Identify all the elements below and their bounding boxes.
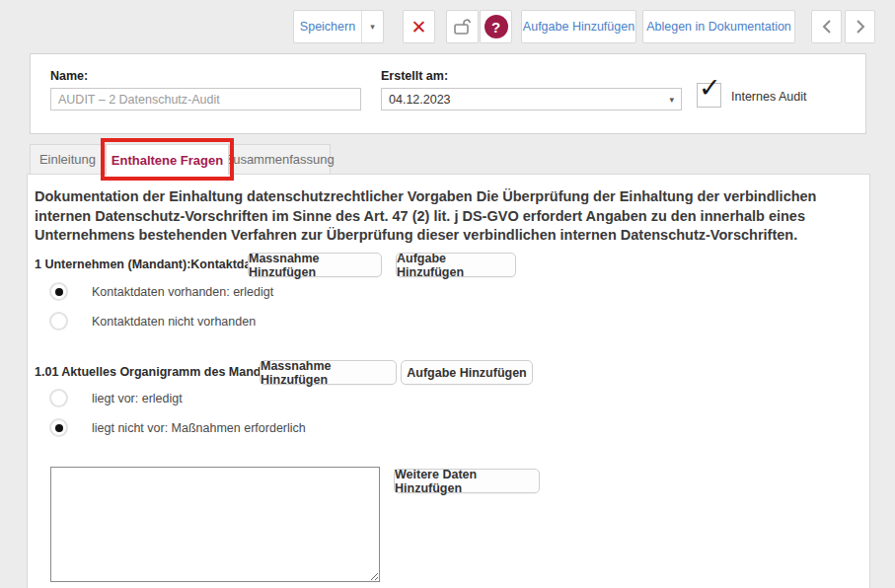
help-button[interactable]: ? — [480, 10, 512, 43]
check-icon: ✓ — [699, 75, 721, 102]
help-icon: ? — [485, 15, 508, 38]
question-1-title: 1 Unternehmen (Mandant):Kontaktdaten — [35, 257, 269, 271]
question-1-option-1[interactable]: Kontaktdaten vorhanden: erledigt — [49, 282, 273, 301]
name-label: Name: — [50, 69, 88, 83]
radio-icon[interactable] — [49, 389, 68, 407]
close-icon: ✕ — [411, 18, 427, 37]
radio-icon[interactable] — [49, 418, 68, 437]
chevron-down-icon: ▾ — [669, 95, 674, 105]
question-1-01-option-1[interactable]: liegt vor: erledigt — [49, 389, 183, 407]
free-text-area[interactable] — [50, 467, 380, 582]
chevron-down-icon: ▾ — [370, 22, 375, 32]
question-1-aufgabe-hinzufuegen-button[interactable]: Aufgabe Hinzufügen — [396, 253, 516, 277]
question-1-option-1-label: Kontaktdaten vorhanden: erledigt — [92, 285, 273, 299]
unlock-icon — [452, 16, 474, 37]
radio-icon[interactable] — [49, 312, 68, 331]
audit-window: Speichern ▾ ✕ ? Aufgabe Hinzufügen Ableg… — [0, 0, 895, 588]
ablegen-in-dokumentation-button[interactable]: Ablegen in Dokumentation — [642, 10, 795, 43]
tab-zusammenfassung[interactable]: Zusammenfassung — [229, 144, 331, 175]
intro-paragraph: Dokumentation der Einhaltung datenschutz… — [35, 187, 865, 246]
internes-audit-label: Internes Audit — [731, 90, 806, 104]
save-dropdown-button[interactable]: ▾ — [361, 11, 383, 42]
audit-header-panel: Name: Erstellt am: 04.12.2023 ▾ ✓ Intern… — [30, 53, 866, 134]
question-1-01-title: 1.01 Aktuelles Organigramm des Mandanten — [35, 365, 294, 379]
weitere-daten-hinzufuegen-button[interactable]: Weitere Daten Hinzufügen — [394, 469, 540, 493]
tab-einleitung[interactable]: Einleitung — [30, 144, 106, 175]
close-button[interactable]: ✕ — [403, 10, 435, 43]
save-split-button[interactable]: Speichern ▾ — [293, 10, 384, 43]
save-button[interactable]: Speichern — [294, 20, 361, 34]
question-1-01-option-2-label: liegt nicht vor: Maßnahmen erforderlich — [92, 421, 306, 435]
created-at-value: 04.12.2023 — [389, 93, 451, 107]
question-1-option-2[interactable]: Kontaktdaten nicht vorhanden — [49, 312, 256, 331]
enthaltene-fragen-panel: Dokumentation der Einhaltung datenschutz… — [27, 174, 870, 588]
radio-icon[interactable] — [49, 282, 68, 301]
previous-button[interactable] — [811, 10, 842, 43]
created-at-dropdown[interactable]: 04.12.2023 ▾ — [381, 88, 682, 110]
toolbar-aufgabe-hinzufuegen-button[interactable]: Aufgabe Hinzufügen — [521, 10, 636, 43]
question-1-option-2-label: Kontaktdaten nicht vorhanden — [92, 315, 256, 329]
question-1-01-aufgabe-hinzufuegen-button[interactable]: Aufgabe Hinzufügen — [401, 360, 533, 385]
next-button[interactable] — [845, 10, 875, 43]
internes-audit-checkbox[interactable]: ✓ — [697, 83, 721, 108]
chevron-left-icon — [820, 18, 834, 36]
tab-enthaltene-fragen[interactable]: Enthaltene Fragen — [106, 144, 229, 176]
question-1-massnahme-hinzufuegen-button[interactable]: Massnahme Hinzufügen — [248, 253, 382, 277]
tab-enthaltene-fragen-label: Enthaltene Fragen — [112, 153, 223, 168]
question-1-01-option-2[interactable]: liegt nicht vor: Maßnahmen erforderlich — [49, 418, 306, 437]
name-input[interactable] — [50, 88, 361, 110]
question-1-01-option-1-label: liegt vor: erledigt — [92, 392, 183, 405]
unlock-button[interactable] — [446, 10, 479, 43]
question-1-01-massnahme-hinzufuegen-button[interactable]: Massnahme Hinzufügen — [260, 360, 397, 385]
chevron-right-icon — [854, 18, 867, 36]
help-glyph: ? — [491, 19, 500, 36]
created-at-label: Erstellt am: — [381, 69, 448, 83]
